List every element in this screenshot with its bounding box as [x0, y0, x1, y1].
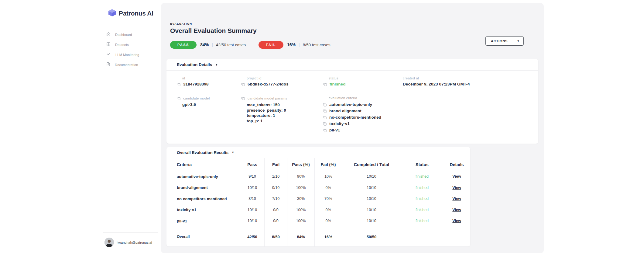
copy-icon[interactable] — [323, 115, 327, 120]
copy-icon[interactable] — [323, 122, 327, 126]
app-window: Patronus AI Dashboard Datasets — [0, 0, 644, 258]
sidebar-item-llm-monitoring[interactable]: LLM Monitoring — [106, 52, 139, 58]
table-row: no-competitors-mentioned 3/10 7/10 30% 7… — [166, 193, 470, 204]
view-link[interactable]: View — [452, 197, 461, 201]
pass-cell: 10/10 — [240, 215, 264, 227]
criteria-item: no-competitors-mentioned — [323, 114, 381, 120]
status-cell: finished — [401, 215, 443, 227]
pass-pct-cell: 84% — [287, 227, 314, 246]
col-header-pass: Pass — [240, 158, 264, 171]
criteria-name: brand-alignment — [329, 109, 361, 113]
criteria-cell: Overall — [166, 227, 240, 246]
pass-pct-cell: 100% — [287, 215, 314, 227]
fail-pct-cell: 70% — [314, 193, 342, 204]
fail-cell: 0/0 — [264, 215, 287, 227]
status-cell-empty — [401, 227, 443, 246]
col-header-status: Status — [401, 158, 443, 171]
pass-cell: 10/10 — [240, 182, 264, 194]
criteria-cell: brand-alignment — [166, 182, 240, 194]
criteria-cell: toxicity-v1 — [166, 204, 240, 216]
copy-icon[interactable] — [323, 82, 327, 86]
copy-icon[interactable] — [323, 103, 327, 107]
copy-icon[interactable] — [241, 82, 245, 86]
criteria-item: brand-alignment — [323, 108, 381, 114]
copy-icon[interactable] — [176, 96, 181, 100]
monitoring-trend-icon — [106, 52, 111, 58]
id-label: id — [182, 76, 209, 80]
criteria-name: toxicity-v1 — [329, 121, 350, 126]
view-link[interactable]: View — [452, 174, 461, 179]
completed-cell: 50/50 — [342, 227, 401, 246]
criteria-item: automotive-topic-only — [323, 101, 381, 108]
criteria-name: pii-v1 — [329, 128, 340, 132]
sidebar-item-dashboard[interactable]: Dashboard — [106, 32, 139, 37]
brand-logo[interactable]: Patronus AI — [108, 9, 153, 18]
copy-icon[interactable] — [176, 82, 181, 86]
completed-cell: 10/10 — [342, 182, 401, 194]
fail-percent: 16% — [287, 42, 296, 47]
status-cell: finished — [401, 171, 443, 182]
param-line: top_p: 1 — [247, 118, 287, 124]
completed-cell: 10/10 — [342, 215, 401, 227]
fail-cases: 8/50 test cases — [303, 43, 331, 47]
project-id-label: project id — [247, 76, 289, 80]
criteria-cell: automotive-topic-only — [166, 171, 240, 182]
pass-pct-cell: 90% — [287, 171, 314, 182]
table-header-row: Criteria Pass Fail Pass (%) Fail (%) Com… — [166, 158, 470, 171]
pass-cell: 3/10 — [240, 193, 264, 204]
pass-cell: 42/50 — [240, 227, 264, 246]
param-line: max_tokens: 150 — [247, 102, 287, 108]
completed-cell: 10/10 — [342, 193, 401, 204]
view-link[interactable]: View — [452, 208, 461, 212]
sidebar-item-datasets[interactable]: Datasets — [106, 42, 139, 47]
table-row: toxicity-v1 10/10 0/0 100% 0% 10/10 fini… — [166, 204, 470, 216]
avatar — [104, 238, 114, 247]
status-label: status — [329, 76, 346, 80]
pass-percent: 84% — [200, 42, 209, 47]
evaluation-details-card: Evaluation Details ▼ id 31847928398 proj… — [166, 59, 538, 144]
overall-results-toggle[interactable]: Overall Evaluation Results ▼ — [166, 147, 470, 158]
user-email: hwanghah@patronus.ai — [117, 241, 152, 244]
document-icon — [106, 62, 110, 68]
main-content: EVALUATION Overall Evaluation Summary PA… — [161, 3, 544, 253]
actions-dropdown-toggle[interactable]: ▼ — [513, 37, 523, 45]
criteria-cell: pii-v1 — [166, 215, 240, 227]
section-eyebrow: EVALUATION — [170, 22, 192, 25]
user-account[interactable]: hwanghah@patronus.ai — [104, 238, 152, 247]
evaluation-details-toggle[interactable]: Evaluation Details ▼ — [166, 59, 538, 71]
actions-button[interactable]: ACTIONS — [486, 37, 513, 45]
completed-cell: 10/10 — [342, 171, 401, 182]
project-id-value: 6bdksk-d5777-24dos — [248, 82, 289, 86]
pass-pct-cell: 100% — [287, 204, 314, 216]
copy-icon[interactable] — [241, 96, 245, 100]
sidebar: Patronus AI Dashboard Datasets — [0, 0, 161, 258]
created-at-label: created at — [403, 76, 470, 80]
fail-badge: FAIL — [259, 41, 283, 49]
table-row: pii-v1 10/10 0/0 100% 0% 10/10 finished … — [166, 215, 470, 227]
sidebar-divider-top — [103, 28, 157, 28]
created-at-value: December 9, 2023 07:23PM GMT-4 — [403, 82, 470, 86]
table-row: brand-alignment 10/10 0/10 100% 0% 10/10… — [166, 182, 470, 194]
evaluation-criteria-label: evaluation criteria — [329, 96, 381, 100]
sidebar-item-documentation[interactable]: Documentation — [106, 62, 139, 68]
col-header-details: Details — [443, 158, 470, 171]
pass-cases: 42/50 test cases — [216, 43, 246, 47]
sidebar-divider-bottom — [103, 232, 158, 233]
details-cell-empty — [443, 227, 470, 246]
view-link[interactable]: View — [452, 219, 461, 223]
copy-icon[interactable] — [323, 128, 327, 132]
criteria-name: automotive-topic-only — [329, 102, 372, 107]
copy-icon[interactable] — [323, 109, 327, 113]
col-header-fail-pct: Fail (%) — [314, 158, 342, 171]
table-overall-row: Overall 42/50 8/50 84% 16% 50/50 — [166, 227, 470, 246]
actions-split-button[interactable]: ACTIONS ▼ — [485, 36, 524, 46]
candidate-model-value: gpt-3.5 — [182, 102, 210, 107]
status-cell: finished — [401, 204, 443, 216]
view-link[interactable]: View — [452, 186, 461, 190]
status-value: finished — [330, 82, 346, 86]
criteria-item: pii-v1 — [323, 127, 381, 133]
pass-fail-summary: PASS 84% | 42/50 test cases FAIL 16% | 8… — [170, 41, 330, 49]
patronus-cube-icon — [108, 9, 116, 18]
fail-pct-cell: 16% — [314, 227, 342, 246]
fail-pct-cell: 10% — [314, 171, 342, 182]
